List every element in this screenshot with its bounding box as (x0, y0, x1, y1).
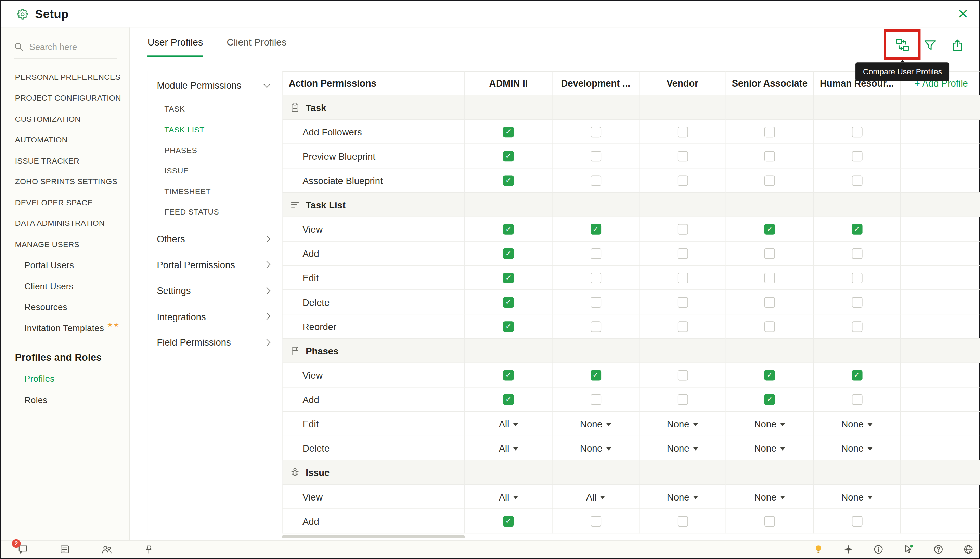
unchecked-checkbox[interactable] (590, 126, 601, 137)
permission-select[interactable]: All (499, 443, 518, 453)
sidebar-item-customization[interactable]: CUSTOMIZATION (2, 108, 129, 129)
unchecked-checkbox[interactable] (765, 126, 775, 137)
filter-icon[interactable] (922, 38, 938, 53)
pointer-icon[interactable] (903, 544, 914, 555)
unchecked-checkbox[interactable] (852, 126, 862, 137)
checked-checkbox[interactable]: ✓ (503, 297, 513, 307)
checked-checkbox[interactable]: ✓ (503, 272, 513, 283)
sidebar-item-client-users[interactable]: Client Users (2, 276, 129, 297)
news-icon[interactable] (60, 544, 70, 555)
unchecked-checkbox[interactable] (677, 321, 688, 331)
unchecked-checkbox[interactable] (765, 248, 775, 259)
sidebar-item-personal-preferences[interactable]: PERSONAL PREFERENCES (2, 67, 129, 88)
unchecked-checkbox[interactable] (852, 321, 862, 331)
tab-client-profiles[interactable]: Client Profiles (227, 37, 287, 58)
unchecked-checkbox[interactable] (765, 297, 775, 307)
module-item-task[interactable]: TASK (157, 99, 281, 119)
sidebar-item-issue-tracker[interactable]: ISSUE TRACKER (2, 150, 129, 171)
unchecked-checkbox[interactable] (677, 126, 688, 137)
unchecked-checkbox[interactable] (590, 516, 601, 526)
checked-checkbox[interactable]: ✓ (503, 321, 513, 331)
sidebar-item-resources[interactable]: Resources (2, 297, 129, 318)
sidebar-item-automation[interactable]: AUTOMATION (2, 129, 129, 150)
unchecked-checkbox[interactable] (677, 175, 688, 186)
unchecked-checkbox[interactable] (590, 272, 601, 283)
unchecked-checkbox[interactable] (590, 297, 601, 307)
module-group-settings[interactable]: Settings (157, 278, 281, 304)
permission-select[interactable]: None (667, 443, 698, 453)
unchecked-checkbox[interactable] (677, 394, 688, 405)
permission-select[interactable]: None (754, 418, 785, 429)
unchecked-checkbox[interactable] (765, 272, 775, 283)
sidebar-item-roles[interactable]: Roles (2, 389, 129, 410)
unchecked-checkbox[interactable] (852, 297, 862, 307)
search-input[interactable] (30, 41, 109, 51)
checked-checkbox[interactable]: ✓ (765, 394, 775, 405)
checked-checkbox[interactable]: ✓ (852, 224, 862, 234)
module-permissions-header[interactable]: Module Permissions (157, 71, 281, 99)
unchecked-checkbox[interactable] (765, 150, 775, 161)
checked-checkbox[interactable]: ✓ (503, 126, 513, 137)
unchecked-checkbox[interactable] (677, 248, 688, 259)
unchecked-checkbox[interactable] (852, 248, 862, 259)
checked-checkbox[interactable]: ✓ (852, 370, 862, 380)
compare-user-profiles-icon[interactable]: Compare User Profiles (892, 36, 913, 55)
unchecked-checkbox[interactable] (677, 272, 688, 283)
checked-checkbox[interactable]: ✓ (503, 150, 513, 161)
module-item-phases[interactable]: PHASES (157, 140, 281, 160)
unchecked-checkbox[interactable] (590, 175, 601, 186)
permission-select[interactable]: None (841, 418, 872, 429)
unchecked-checkbox[interactable] (765, 175, 775, 186)
permission-select[interactable]: All (586, 491, 605, 502)
zia-icon[interactable] (843, 544, 854, 555)
module-item-issue[interactable]: ISSUE (157, 160, 281, 181)
export-icon[interactable] (950, 38, 965, 53)
unchecked-checkbox[interactable] (765, 516, 775, 526)
checked-checkbox[interactable]: ✓ (590, 370, 601, 380)
unchecked-checkbox[interactable] (852, 150, 862, 161)
checked-checkbox[interactable]: ✓ (590, 224, 601, 234)
sidebar-item-profiles[interactable]: Profiles (2, 369, 129, 389)
unchecked-checkbox[interactable] (852, 516, 862, 526)
checked-checkbox[interactable]: ✓ (503, 175, 513, 186)
permission-select[interactable]: All (499, 491, 518, 502)
permission-select[interactable]: None (580, 443, 611, 453)
tab-user-profiles[interactable]: User Profiles (147, 37, 203, 58)
sidebar-item-zoho-sprints-settings[interactable]: ZOHO SPRINTS SETTINGS (2, 171, 129, 192)
checked-checkbox[interactable]: ✓ (765, 224, 775, 234)
checked-checkbox[interactable]: ✓ (503, 224, 513, 234)
checked-checkbox[interactable]: ✓ (503, 516, 513, 526)
help-icon[interactable] (933, 544, 944, 555)
bulb-icon[interactable] (813, 544, 824, 555)
info-icon[interactable] (873, 544, 884, 555)
unchecked-checkbox[interactable] (765, 321, 775, 331)
sidebar-item-portal-users[interactable]: Portal Users (2, 255, 129, 276)
unchecked-checkbox[interactable] (677, 297, 688, 307)
module-group-others[interactable]: Others (157, 226, 281, 252)
permission-select[interactable]: None (667, 491, 698, 502)
permission-select[interactable]: None (754, 443, 785, 453)
permission-select[interactable]: All (499, 418, 518, 429)
module-item-feed-status[interactable]: FEED STATUS (157, 202, 281, 222)
unchecked-checkbox[interactable] (677, 150, 688, 161)
unchecked-checkbox[interactable] (677, 370, 688, 380)
users-icon[interactable] (101, 544, 113, 555)
permission-select[interactable]: None (667, 418, 698, 429)
sidebar-item-invitation-templates[interactable]: Invitation Templates★★ (2, 318, 129, 338)
unchecked-checkbox[interactable] (677, 224, 688, 234)
horizontal-scrollbar[interactable] (282, 536, 465, 539)
unchecked-checkbox[interactable] (590, 150, 601, 161)
sidebar-item-developer-space[interactable]: DEVELOPER SPACE (2, 192, 129, 213)
sidebar-item-project-configuration[interactable]: PROJECT CONFIGURATION (2, 88, 129, 108)
sidebar-item-manage-users[interactable]: MANAGE USERS (2, 234, 129, 255)
unchecked-checkbox[interactable] (852, 175, 862, 186)
sidebar-item-data-administration[interactable]: DATA ADMINISTRATION (2, 213, 129, 234)
checked-checkbox[interactable]: ✓ (503, 248, 513, 259)
permission-select[interactable]: None (841, 491, 872, 502)
unchecked-checkbox[interactable] (852, 272, 862, 283)
checked-checkbox[interactable]: ✓ (503, 394, 513, 405)
permission-select[interactable]: None (841, 443, 872, 453)
module-item-timesheet[interactable]: TIMESHEET (157, 181, 281, 202)
chat-icon[interactable]: 2 (17, 544, 28, 555)
module-group-field-permissions[interactable]: Field Permissions (157, 329, 281, 356)
